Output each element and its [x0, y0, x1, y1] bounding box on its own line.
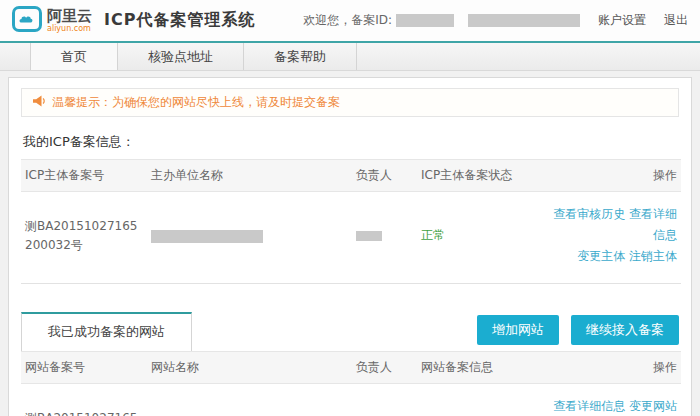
cancel-subject-link[interactable]: 注销主体: [629, 249, 677, 263]
subject-table-header-row: ICP主体备案号 主办单位名称 负责人 ICP主体备案状态 操作: [21, 160, 681, 192]
col-subject-status: ICP主体备案状态: [417, 160, 532, 192]
col-site-actions: 操作: [532, 352, 681, 384]
notice-bar: 温馨提示：为确保您的网站尽快上线，请及时提交备案: [21, 88, 679, 117]
site-actions: 查看详细信息 变更网站信息 注销网站 取消接入: [545, 396, 677, 416]
change-site-info-link[interactable]: 变更网站信息: [629, 399, 677, 416]
aliyun-logo[interactable]: 阿里云 aliyun.com: [12, 6, 92, 35]
redacted-filing-id: [396, 14, 454, 27]
subject-table: ICP主体备案号 主办单位名称 负责人 ICP主体备案状态 操作 测BA2015…: [21, 159, 681, 284]
col-actions: 操作: [532, 160, 681, 192]
add-website-button[interactable]: 增加网站: [477, 315, 559, 345]
brand-name: 阿里云: [47, 9, 92, 24]
nav-tab-home[interactable]: 首页: [30, 43, 118, 70]
redacted-organizer-name: [151, 230, 263, 243]
col-site-filing-info: 网站备案信息: [417, 352, 532, 384]
megaphone-icon: [32, 95, 52, 110]
col-person-in-charge: 负责人: [352, 160, 417, 192]
website-table: 网站备案号 网站名称 负责人 网站备案信息 操作 测BA201510271652…: [21, 351, 681, 416]
aliyun-cloud-icon: [12, 6, 42, 35]
view-audit-history-link[interactable]: 查看审核历史: [553, 207, 625, 221]
col-organizer-name: 主办单位名称: [147, 160, 352, 192]
subject-status-text: 正常: [421, 228, 445, 242]
subject-actions: 查看审核历史 查看详细信息 变更主体 注销主体: [545, 204, 677, 267]
col-site-filing-no: 网站备案号: [21, 352, 147, 384]
welcome-label: 欢迎您，备案ID:: [303, 12, 392, 29]
col-subject-filing-no: ICP主体备案号: [21, 160, 147, 192]
redacted-account-name: [468, 14, 580, 27]
website-table-row: 测BA20151027165200032号-1号 备案成功 查看详细信息 变更网…: [21, 384, 681, 416]
redacted-person-in-charge: [356, 231, 382, 241]
view-subject-details-link[interactable]: 查看详细信息: [629, 207, 677, 242]
account-settings-link[interactable]: 账户设置: [598, 12, 646, 29]
page-title: ICP代备案管理系统: [104, 10, 255, 31]
nav-tab-verification-address[interactable]: 核验点地址: [118, 43, 244, 70]
tab-filed-websites[interactable]: 我已成功备案的网站: [21, 312, 192, 351]
website-table-header-row: 网站备案号 网站名称 负责人 网站备案信息 操作: [21, 352, 681, 384]
subject-section-title: 我的ICP备案信息：: [23, 133, 677, 151]
change-subject-link[interactable]: 变更主体: [577, 249, 625, 263]
continue-access-filing-button[interactable]: 继续接入备案: [571, 315, 679, 345]
content-panel: 温馨提示：为确保您的网站尽快上线，请及时提交备案 我的ICP备案信息： ICP主…: [8, 77, 692, 416]
notice-text: 温馨提示：为确保您的网站尽快上线，请及时提交备案: [52, 94, 340, 111]
site-filing-no: 测BA20151027165200032号-1号: [25, 409, 143, 416]
subject-table-row: 测BA20151027165200032号 正常 查看审核历史 查看详细信息 变…: [21, 192, 681, 284]
top-header: 阿里云 aliyun.com ICP代备案管理系统 欢迎您，备案ID: 账户设置…: [0, 0, 700, 41]
nav-tab-filing-help[interactable]: 备案帮助: [244, 43, 357, 70]
view-site-details-link[interactable]: 查看详细信息: [553, 399, 625, 413]
logout-link[interactable]: 退出: [664, 12, 688, 29]
subject-filing-no: 测BA20151027165200032号: [25, 217, 143, 255]
header-user-area: 欢迎您，备案ID: 账户设置 退出: [303, 12, 688, 29]
brand-domain: aliyun.com: [47, 25, 92, 33]
main-nav: 首页 核验点地址 备案帮助: [0, 41, 700, 71]
col-site-name: 网站名称: [147, 352, 352, 384]
website-section-header: 我已成功备案的网站 增加网站 继续接入备案: [21, 312, 679, 351]
col-site-person-in-charge: 负责人: [352, 352, 417, 384]
